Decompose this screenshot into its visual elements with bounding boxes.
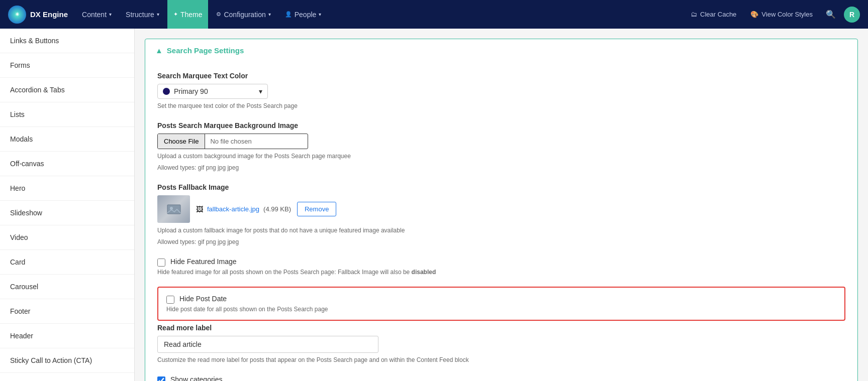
nav-structure-label: Structure bbox=[126, 11, 154, 19]
sidebar-item-label: Carousel bbox=[10, 283, 38, 291]
read-more-hint: Customize the read more label for posts … bbox=[157, 355, 845, 364]
sidebar-item-label: Sticky Call to Action (CTA) bbox=[10, 356, 92, 364]
logo[interactable]: ✳ DX Engine bbox=[8, 6, 68, 24]
color-select-dropdown[interactable]: Primary 90 ▾ bbox=[157, 84, 268, 99]
color-select-inner: Primary 90 bbox=[163, 87, 208, 95]
sidebar-item-slideshow[interactable]: Slideshow bbox=[0, 201, 134, 225]
nav-configuration[interactable]: ⚙ Configuration ▾ bbox=[210, 0, 276, 29]
avatar[interactable]: R bbox=[844, 7, 860, 23]
bg-image-hint-1: Upload a custom background image for the… bbox=[157, 152, 845, 161]
nav-people-label: People bbox=[295, 11, 317, 19]
bg-image-hint-2: Allowed types: gif png jpg jpeg bbox=[157, 163, 845, 172]
nav-theme[interactable]: ✦ Theme bbox=[167, 0, 209, 29]
clear-cache-label: Clear Cache bbox=[700, 11, 736, 18]
layout: Links & Buttons Forms Accordion & Tabs L… bbox=[0, 29, 868, 381]
marquee-text-color-label: Search Marquee Text Color bbox=[157, 72, 845, 80]
remove-fallback-button[interactable]: Remove bbox=[297, 202, 336, 216]
file-placeholder: No file chosen bbox=[205, 134, 256, 149]
sidebar-item-label: Hero bbox=[10, 184, 25, 192]
dropdown-caret-icon: ▾ bbox=[259, 87, 262, 95]
sidebar-item-lists[interactable]: Lists bbox=[0, 102, 134, 127]
nav-people-caret: ▾ bbox=[319, 12, 321, 17]
sidebar-item-label: Modals bbox=[10, 135, 33, 143]
sidebar-item-accordion-tabs[interactable]: Accordion & Tabs bbox=[0, 78, 134, 102]
fallback-image-row: 🖼 fallback-article.jpg (4.99 KB) Remove bbox=[157, 195, 845, 223]
hide-featured-label[interactable]: Hide Featured Image bbox=[170, 258, 237, 266]
hide-featured-hint: Hide featured image for all posts shown … bbox=[157, 269, 845, 276]
svg-rect-0 bbox=[167, 205, 180, 214]
read-more-input[interactable] bbox=[157, 336, 378, 353]
fallback-image-label: Posts Fallback Image bbox=[157, 183, 845, 191]
hide-post-date-checkbox[interactable] bbox=[166, 296, 174, 304]
nav-configuration-caret: ▾ bbox=[268, 12, 271, 17]
choose-file-button[interactable]: Choose File bbox=[158, 134, 205, 149]
bg-image-label: Posts Search Marquee Background Image bbox=[157, 121, 845, 130]
fallback-image-group: Posts Fallback Image bbox=[157, 183, 845, 246]
nav-structure[interactable]: Structure ▾ bbox=[120, 0, 165, 29]
show-categories-label[interactable]: Show categories bbox=[170, 375, 223, 381]
hide-featured-image-group: Hide Featured Image Hide featured image … bbox=[157, 258, 845, 276]
main-content: ▲ Search Page Settings Search Marquee Te… bbox=[135, 29, 868, 381]
sidebar-item-label: Footer bbox=[10, 307, 30, 315]
avatar-letter: R bbox=[849, 11, 854, 19]
sidebar-item-label: Slideshow bbox=[10, 209, 42, 217]
sidebar-item-card[interactable]: Card bbox=[0, 250, 134, 275]
hide-post-date-checkbox-row: Hide Post Date bbox=[166, 295, 836, 304]
hide-post-date-highlight-box: Hide Post Date Hide post date for all po… bbox=[157, 287, 845, 321]
color-value: Primary 90 bbox=[174, 87, 208, 95]
clear-cache-icon: 🗂 bbox=[691, 11, 697, 18]
sidebar-item-modals[interactable]: Modals bbox=[0, 127, 134, 152]
clear-cache-button[interactable]: 🗂 Clear Cache bbox=[686, 0, 741, 29]
section-body: Search Marquee Text Color Primary 90 ▾ S… bbox=[145, 62, 857, 381]
topnav-right: 🗂 Clear Cache 🎨 View Color Styles 🔍 R bbox=[686, 0, 860, 29]
search-icon: 🔍 bbox=[826, 10, 836, 19]
search-button[interactable]: 🔍 bbox=[822, 6, 840, 24]
sidebar-item-footer[interactable]: Footer bbox=[0, 299, 134, 324]
read-more-label-group: Read more label Customize the read more … bbox=[157, 324, 845, 364]
hide-featured-checkbox-row: Hide Featured Image bbox=[157, 258, 845, 267]
fallback-file-info: 🖼 fallback-article.jpg (4.99 KB) bbox=[196, 205, 291, 213]
sidebar-item-sticky-cta[interactable]: Sticky Call to Action (CTA) bbox=[0, 348, 134, 373]
view-color-styles-label: View Color Styles bbox=[761, 11, 813, 18]
sidebar-item-forms[interactable]: Forms bbox=[0, 53, 134, 78]
fallback-file-link[interactable]: fallback-article.jpg bbox=[207, 205, 259, 213]
nav-content-caret: ▾ bbox=[109, 12, 112, 17]
fallback-file-size: (4.99 KB) bbox=[263, 205, 291, 213]
config-icon: ⚙ bbox=[216, 11, 221, 18]
logo-icon: ✳ bbox=[8, 6, 26, 24]
sidebar-item-off-canvas[interactable]: Off-canvas bbox=[0, 152, 134, 176]
sidebar-item-label: Off-canvas bbox=[10, 160, 44, 168]
color-styles-icon: 🎨 bbox=[750, 11, 758, 18]
sidebar-item-links-buttons[interactable]: Links & Buttons bbox=[0, 29, 134, 53]
show-categories-checkbox[interactable] bbox=[157, 376, 165, 381]
sidebar-item-video[interactable]: Video bbox=[0, 225, 134, 250]
sidebar-item-hero[interactable]: Hero bbox=[0, 176, 134, 201]
marquee-text-color-group: Search Marquee Text Color Primary 90 ▾ S… bbox=[157, 72, 845, 110]
sidebar-item-label: Lists bbox=[10, 110, 25, 118]
hide-featured-checkbox[interactable] bbox=[157, 259, 165, 267]
read-more-label: Read more label bbox=[157, 324, 845, 332]
sidebar-item-carousel[interactable]: Carousel bbox=[0, 275, 134, 299]
section-collapse-icon: ▲ bbox=[155, 46, 163, 55]
sidebar-item-label: Forms bbox=[10, 61, 30, 69]
nav-theme-label: Theme bbox=[180, 11, 203, 19]
nav-people[interactable]: 👤 People ▾ bbox=[279, 0, 328, 29]
fallback-thumb-inner bbox=[157, 195, 190, 223]
nav-content-label: Content bbox=[82, 11, 107, 19]
section-title: Search Page Settings bbox=[167, 46, 244, 55]
hide-featured-hint-text: Hide featured image for all posts shown … bbox=[157, 269, 412, 276]
hide-post-date-label[interactable]: Hide Post Date bbox=[179, 295, 227, 303]
color-swatch bbox=[163, 88, 170, 95]
sidebar-item-label: Links & Buttons bbox=[10, 37, 59, 45]
view-color-styles-button[interactable]: 🎨 View Color Styles bbox=[745, 0, 818, 29]
sidebar-item-header[interactable]: Header bbox=[0, 324, 134, 348]
marquee-color-hint: Set the marquee text color of the Posts … bbox=[157, 101, 845, 110]
nav-configuration-label: Configuration bbox=[224, 11, 265, 19]
sidebar-item-events[interactable]: Events bbox=[0, 373, 134, 381]
section-header[interactable]: ▲ Search Page Settings bbox=[145, 39, 857, 62]
sidebar: Links & Buttons Forms Accordion & Tabs L… bbox=[0, 29, 135, 381]
show-categories-checkbox-row: Show categories bbox=[157, 375, 845, 381]
sidebar-item-label: Header bbox=[10, 332, 33, 340]
nav-content[interactable]: Content ▾ bbox=[76, 0, 118, 29]
fallback-image-hint-1: Upload a custom fallback image for posts… bbox=[157, 226, 845, 235]
